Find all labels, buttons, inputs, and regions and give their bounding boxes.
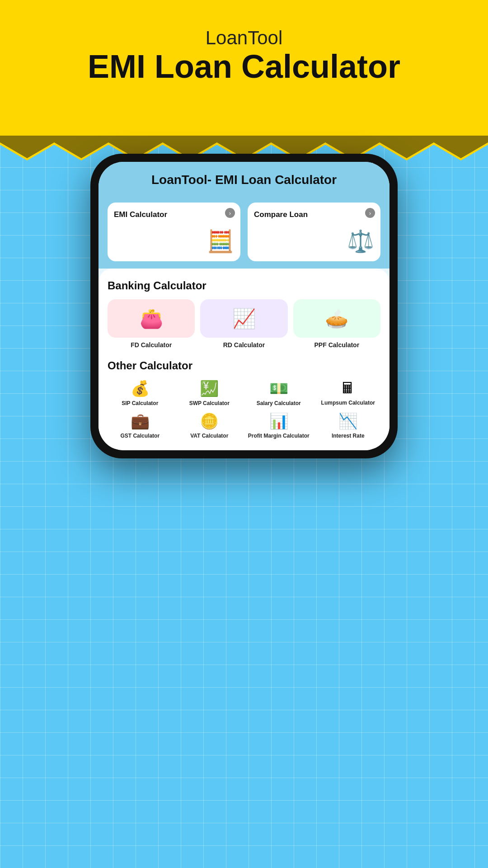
fd-calculator-item[interactable]: 👛 FD Calculator <box>108 299 195 349</box>
gst-label: GST Calculator <box>120 433 160 440</box>
ppf-icon-wrap: 🥧 <box>293 299 380 338</box>
phone-mockup: LoanTool- EMI Loan Calculator › EMI Calc… <box>90 154 398 458</box>
interest-rate-label: Interest Rate <box>332 433 365 440</box>
gst-icon: 💼 <box>131 412 150 430</box>
other-section-title: Other Calculator <box>108 359 380 372</box>
sip-calculator-item[interactable]: 💰 SIP Calculator <box>108 379 173 407</box>
fd-calculator-icon: 👛 <box>140 307 163 330</box>
app-header: LoanTool- EMI Loan Calculator <box>99 162 389 195</box>
emi-calculator-icon: 🧮 <box>114 229 234 254</box>
swp-icon: 💹 <box>200 379 219 397</box>
ppf-label: PPF Calculator <box>314 341 360 349</box>
vat-icon: 🪙 <box>200 412 219 430</box>
swp-calculator-item[interactable]: 💹 SWP Calculator <box>177 379 242 407</box>
header-subtitle: LoanTool <box>0 27 488 49</box>
ppf-calculator-item[interactable]: 🥧 PPF Calculator <box>293 299 380 349</box>
emi-card-label: EMI Calculator <box>114 210 234 220</box>
vat-calculator-item[interactable]: 🪙 VAT Calculator <box>177 412 242 440</box>
lumpsum-calculator-item[interactable]: 🖩 Lumpsum Calculator <box>316 379 381 407</box>
header-title: EMI Loan Calculator <box>0 49 488 85</box>
interest-rate-item[interactable]: 📉 Interest Rate <box>316 412 381 440</box>
banking-calculator-row: 👛 FD Calculator 📈 RD Calculator 🥧 <box>108 299 380 349</box>
interest-rate-icon: 📉 <box>338 412 357 430</box>
sip-label: SIP Calculator <box>122 400 158 407</box>
profit-margin-icon: 📊 <box>269 412 288 430</box>
swp-label: SWP Calculator <box>189 400 230 407</box>
rd-label: RD Calculator <box>223 341 265 349</box>
rd-calculator-icon: 📈 <box>232 307 256 330</box>
content-area: Banking Calculator 👛 FD Calculator 📈 RD … <box>99 269 389 450</box>
other-calculator-grid: 💰 SIP Calculator 💹 SWP Calculator 💵 Sala… <box>108 379 380 439</box>
lumpsum-label: Lumpsum Calculator <box>321 400 375 407</box>
rd-icon-wrap: 📈 <box>200 299 287 338</box>
profit-margin-calculator-item[interactable]: 📊 Profit Margin Calculator <box>246 412 311 440</box>
fd-icon-wrap: 👛 <box>108 299 195 338</box>
sip-icon: 💰 <box>131 379 150 397</box>
ppf-calculator-icon: 🥧 <box>325 307 348 330</box>
lumpsum-icon: 🖩 <box>340 379 356 397</box>
profit-margin-label: Profit Margin Calculator <box>248 433 310 440</box>
app-title: LoanTool- EMI Loan Calculator <box>112 173 376 187</box>
rd-calculator-item[interactable]: 📈 RD Calculator <box>200 299 287 349</box>
compare-loan-card[interactable]: › Compare Loan ⚖️ <box>248 203 380 261</box>
vat-label: VAT Calculator <box>190 433 228 440</box>
compare-arrow-icon: › <box>365 208 375 218</box>
salary-calculator-item[interactable]: 💵 Salary Calculator <box>246 379 311 407</box>
emi-arrow-icon: › <box>225 208 235 218</box>
salary-icon: 💵 <box>269 379 288 397</box>
compare-card-label: Compare Loan <box>254 210 374 220</box>
salary-label: Salary Calculator <box>257 400 301 407</box>
compare-loan-icon: ⚖️ <box>254 229 374 254</box>
gst-calculator-item[interactable]: 💼 GST Calculator <box>108 412 173 440</box>
emi-calculator-card[interactable]: › EMI Calculator 🧮 <box>108 203 240 261</box>
top-cards: › EMI Calculator 🧮 › Compare Loan ⚖️ <box>99 195 389 269</box>
banking-section-title: Banking Calculator <box>108 279 380 292</box>
fd-label: FD Calculator <box>131 341 172 349</box>
header: LoanTool EMI Loan Calculator <box>0 0 488 85</box>
